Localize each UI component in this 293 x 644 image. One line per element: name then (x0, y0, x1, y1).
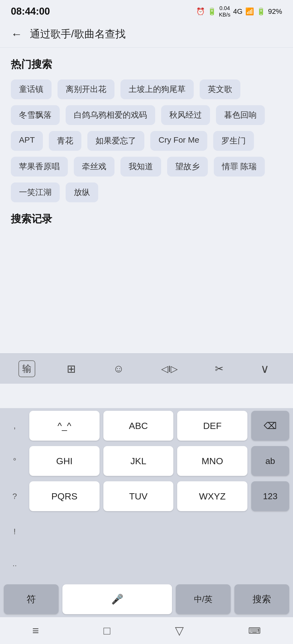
input-method-button[interactable]: 输 (18, 360, 35, 377)
battery-icon: 🔋 (257, 7, 265, 16)
def-key[interactable]: DEF (177, 411, 247, 441)
tag-item[interactable]: 童话镇 (11, 79, 52, 99)
tag-item[interactable]: 苹果香原唱 (11, 157, 68, 177)
tag-item[interactable]: 罗生门 (213, 131, 254, 151)
network-speed: 0.04 KB/s (219, 5, 230, 18)
back-button[interactable]: ← (11, 28, 22, 41)
keyboard-row-4: ! (0, 514, 293, 549)
back-nav-button[interactable]: ▽ (164, 621, 195, 640)
caret-key[interactable]: ^_^ (29, 411, 100, 441)
battery-level: 92% (268, 7, 282, 16)
keyboard-action-row: 符 🎤 中/英 搜索 (0, 582, 293, 617)
ab-key[interactable]: ab (251, 446, 289, 476)
tag-item[interactable]: 青花 (49, 131, 81, 151)
tag-item[interactable]: Cry For Me (150, 131, 207, 151)
search-history-title: 搜索记录 (11, 212, 282, 226)
tag-item[interactable]: 土坡上的狗尾草 (120, 79, 194, 99)
keyboard-row-2: ° GHI JKL MNO ab (0, 443, 293, 479)
status-icons: ⏰ 🔋 0.04 KB/s 4G 📶 🔋 92% (196, 5, 282, 18)
status-bar: 08:44:00 ⏰ 🔋 0.04 KB/s 4G 📶 🔋 92% (0, 0, 293, 21)
bluetooth-icon: 🔋 (208, 7, 216, 16)
mic-icon: 🎤 (111, 594, 123, 605)
tag-item[interactable]: 秋风经过 (161, 105, 210, 125)
exclaim-key[interactable]: ! (4, 517, 26, 546)
keyboard-row-1: , ^_^ ABC DEF ⌫ (0, 408, 293, 443)
keyboard-toggle-button[interactable]: ⊞ (61, 360, 81, 377)
tag-item[interactable]: 白鸽乌鸦相爱的戏码 (66, 105, 155, 125)
space-key[interactable]: 🎤 (62, 584, 172, 614)
tag-item[interactable]: 情罪 陈瑞 (214, 157, 265, 177)
status-time: 08:44:00 (11, 6, 50, 17)
ellipsis-key[interactable]: ‥ (4, 549, 26, 579)
hot-search-tags: 童话镇离别开出花土坡上的狗尾草英文歌冬雪飘落白鸽乌鸦相爱的戏码秋风经过暮色回响A… (11, 79, 282, 202)
signal-icon: 📶 (245, 7, 254, 16)
ghi-key[interactable]: GHI (29, 446, 100, 476)
delete-key[interactable]: ⌫ (251, 411, 289, 441)
emoji-button[interactable]: ☺ (108, 360, 130, 377)
menu-nav-button[interactable]: ≡ (21, 621, 50, 640)
tag-item[interactable]: 一笑江湖 (11, 182, 60, 202)
num-key[interactable]: 123 (251, 481, 289, 511)
tag-item[interactable]: 如果爱忘了 (87, 131, 144, 151)
wxyz-key[interactable]: WXYZ (177, 481, 247, 511)
cursor-button[interactable]: ◁I▷ (156, 361, 183, 376)
question-key[interactable]: ? (4, 481, 26, 511)
tuv-key[interactable]: TUV (103, 481, 174, 511)
mno-key[interactable]: MNO (177, 446, 247, 476)
tag-item[interactable]: APT (11, 131, 43, 151)
home-nav-button[interactable]: □ (93, 621, 121, 640)
comma-key[interactable]: , (4, 411, 26, 441)
main-content: 热门搜索 童话镇离别开出花土坡上的狗尾草英文歌冬雪飘落白鸽乌鸦相爱的戏码秋风经过… (0, 48, 293, 226)
period-key[interactable]: ° (4, 446, 26, 476)
collapse-button[interactable]: ∨ (255, 360, 275, 378)
symbol-key[interactable]: 符 (4, 584, 59, 614)
nav-bar: ≡ □ ▽ ⌨ (0, 617, 293, 644)
lang-switch-key[interactable]: 中/英 (176, 584, 231, 614)
hot-search-title: 热门搜索 (11, 57, 282, 71)
search-key[interactable]: 搜索 (234, 584, 289, 614)
tag-item[interactable]: 冬雪飘落 (11, 105, 60, 125)
tag-item[interactable]: 英文歌 (200, 79, 240, 99)
tag-item[interactable]: 离别开出花 (58, 79, 114, 99)
tag-item[interactable]: 望故乡 (167, 157, 208, 177)
keyboard-nav-button[interactable]: ⌨ (237, 623, 272, 639)
cut-button[interactable]: ✂ (209, 361, 229, 377)
jkl-key[interactable]: JKL (103, 446, 174, 476)
alarm-icon: ⏰ (196, 7, 205, 16)
tag-item[interactable]: 牵丝戏 (74, 157, 114, 177)
search-history-section: 搜索记录 (11, 212, 282, 226)
keyboard: , ^_^ ABC DEF ⌫ ° GHI JKL MNO ab ? PQRS … (0, 408, 293, 617)
abc-key[interactable]: ABC (103, 411, 174, 441)
tag-item[interactable]: 我知道 (120, 157, 161, 177)
page-title: 通过歌手/歌曲名查找 (30, 27, 126, 41)
keyboard-row-3: ? PQRS TUV WXYZ 123 (0, 479, 293, 514)
keyboard-toolbar: 输 ⊞ ☺ ◁I▷ ✂ ∨ (0, 353, 293, 384)
network-type: 4G (233, 7, 243, 16)
tag-item[interactable]: 暮色回响 (216, 105, 265, 125)
header: ← 通过歌手/歌曲名查找 (0, 21, 293, 48)
keyboard-row-5: ‥ (0, 549, 293, 582)
tag-item[interactable]: 放纵 (66, 182, 98, 202)
pqrs-key[interactable]: PQRS (29, 481, 100, 511)
